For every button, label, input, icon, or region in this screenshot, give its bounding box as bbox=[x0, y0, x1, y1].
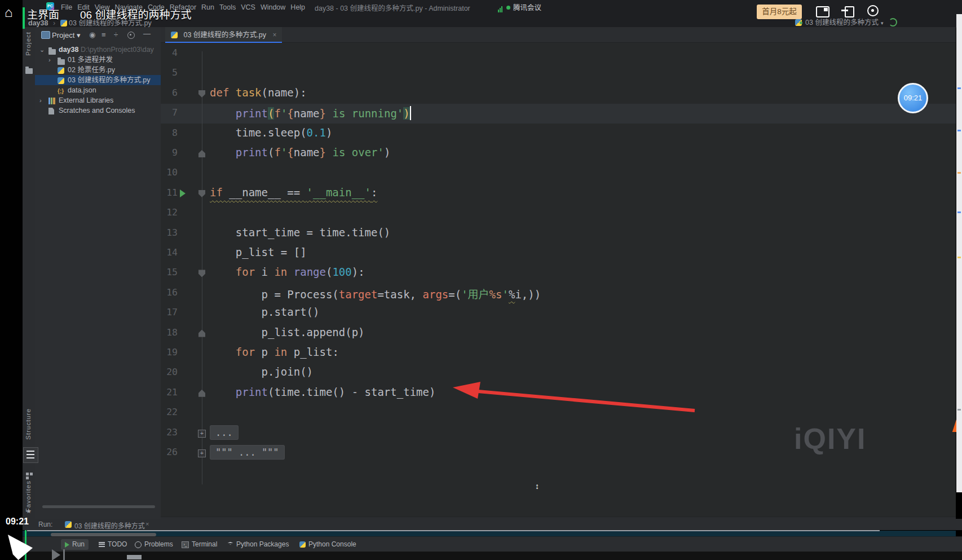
code-line[interactable]: 17 p.start() bbox=[161, 303, 950, 323]
toolwindow-button-python-packages[interactable]: Python Packages bbox=[223, 539, 293, 550]
video-control-chip[interactable] bbox=[127, 555, 142, 559]
folder-icon[interactable] bbox=[25, 65, 33, 76]
line-number[interactable]: 11 bbox=[161, 187, 178, 198]
fold-marker-icon[interactable] bbox=[198, 90, 205, 98]
code-line[interactable]: 7 print(f'{name} is running') bbox=[161, 104, 950, 124]
line-number[interactable]: 10 bbox=[161, 167, 178, 178]
code-text[interactable]: p.join() bbox=[210, 365, 313, 378]
toolwindow-button-python-console[interactable]: Python Console bbox=[295, 539, 360, 550]
line-number[interactable]: 7 bbox=[161, 107, 178, 118]
menu-tools[interactable]: Tools bbox=[219, 3, 236, 11]
locate-icon[interactable]: ◉ bbox=[89, 30, 95, 39]
code-line[interactable]: 20 p.join() bbox=[161, 363, 950, 383]
playlist-icon[interactable] bbox=[23, 447, 38, 463]
horizontal-scrollbar[interactable] bbox=[42, 505, 155, 508]
code-line[interactable]: 16 p = Process(target=task, args=('用户%s'… bbox=[161, 284, 950, 303]
code-line[interactable]: 18 p_list.append(p) bbox=[161, 324, 950, 343]
horizontal-scrollbar[interactable] bbox=[51, 533, 156, 536]
mini-player-icon[interactable] bbox=[816, 6, 829, 17]
floating-time-bubble[interactable]: 09:21 bbox=[898, 83, 928, 113]
hide-panel-icon[interactable]: — bbox=[143, 29, 151, 38]
line-number[interactable]: 20 bbox=[161, 367, 178, 377]
tree-item[interactable]: 02 抢票任务.py bbox=[35, 65, 161, 75]
line-number[interactable]: 16 bbox=[161, 287, 178, 298]
code-line[interactable]: 8 time.sleep(0.1) bbox=[161, 124, 950, 144]
line-number[interactable]: 15 bbox=[161, 267, 178, 277]
menu-vcs[interactable]: VCS bbox=[241, 3, 255, 11]
fold-marker-icon[interactable] bbox=[198, 150, 205, 157]
meeting-indicator[interactable]: 腾讯会议 bbox=[498, 2, 541, 11]
run-tab-title[interactable]: 03 创建线程的多种方式 bbox=[74, 521, 145, 530]
toolwindow-button-run[interactable]: Run bbox=[61, 539, 89, 550]
line-number[interactable]: 23 bbox=[161, 427, 178, 438]
fold-marker-icon[interactable] bbox=[198, 390, 205, 397]
code-line[interactable]: 14 p_list = [] bbox=[161, 244, 950, 263]
close-icon[interactable]: × bbox=[145, 521, 149, 527]
toolwindow-button-terminal[interactable]: ›_Terminal bbox=[178, 539, 221, 550]
tree-chevron-icon[interactable]: › bbox=[48, 55, 51, 65]
line-number[interactable]: 19 bbox=[161, 347, 178, 358]
fold-marker-icon[interactable] bbox=[198, 270, 205, 277]
menu-window[interactable]: Window bbox=[261, 3, 285, 11]
code-text[interactable]: def task(name): bbox=[210, 86, 307, 99]
unfold-marker-icon[interactable]: + bbox=[198, 449, 206, 457]
expand-all-icon[interactable]: ≡ bbox=[102, 30, 106, 39]
home-icon[interactable]: ⌂ bbox=[5, 5, 13, 20]
code-text[interactable]: for i in range(100): bbox=[210, 266, 365, 278]
line-number[interactable]: 21 bbox=[161, 387, 178, 398]
stripe-structure-button[interactable]: Structure bbox=[25, 408, 32, 440]
line-number[interactable]: 14 bbox=[161, 247, 178, 258]
line-number[interactable]: 17 bbox=[161, 307, 178, 318]
line-number[interactable]: 4 bbox=[161, 47, 178, 58]
settings-gear-icon[interactable] bbox=[867, 5, 879, 16]
code-text[interactable]: time.sleep(0.1) bbox=[210, 126, 332, 139]
code-text[interactable]: """ ... """ bbox=[210, 446, 285, 458]
line-number[interactable]: 6 bbox=[161, 87, 178, 98]
line-number[interactable]: 18 bbox=[161, 327, 178, 338]
menu-run[interactable]: Run bbox=[201, 3, 214, 11]
play-icon[interactable] bbox=[52, 549, 60, 560]
line-number[interactable]: 5 bbox=[161, 67, 178, 78]
code-text[interactable]: p = Process(target=task, args=('用户%s'%i,… bbox=[210, 286, 541, 301]
collapse-all-icon[interactable]: ÷ bbox=[114, 30, 118, 39]
close-icon[interactable]: × bbox=[272, 31, 276, 39]
fold-marker-icon[interactable] bbox=[198, 190, 205, 197]
code-text[interactable]: print(f'{name} is over') bbox=[210, 146, 390, 158]
tree-item[interactable]: Scratches and Consoles bbox=[35, 105, 161, 116]
line-number[interactable]: 26 bbox=[161, 447, 178, 457]
video-seek-line[interactable] bbox=[27, 530, 880, 531]
stripe-project-button[interactable]: Project bbox=[25, 32, 32, 56]
code-line[interactable]: 22 bbox=[161, 403, 950, 423]
structure-icon[interactable] bbox=[26, 473, 33, 479]
code-line[interactable]: 5 bbox=[161, 64, 950, 83]
code-text[interactable]: p.start() bbox=[210, 306, 319, 318]
code-text[interactable]: p_list = [] bbox=[210, 246, 307, 258]
code-line[interactable]: 12 bbox=[161, 204, 950, 223]
line-number[interactable]: 8 bbox=[161, 127, 178, 138]
tree-item[interactable]: 03 创建线程的多种方式.py bbox=[35, 75, 161, 85]
chevron-down-icon[interactable]: ▾ bbox=[881, 20, 884, 26]
code-text[interactable]: print(time.time() - start_time) bbox=[210, 386, 435, 398]
line-number[interactable]: 13 bbox=[161, 227, 178, 238]
code-text[interactable]: for p in p_list: bbox=[210, 346, 339, 358]
code-line[interactable]: 6def task(name): bbox=[161, 84, 950, 104]
tree-chevron-icon[interactable]: › bbox=[39, 95, 42, 105]
code-line[interactable]: 9 print(f'{name} is over') bbox=[161, 144, 950, 164]
tree-chevron-icon[interactable]: ⌄ bbox=[39, 45, 45, 55]
rerun-icon[interactable] bbox=[889, 18, 897, 27]
code-text[interactable]: start_time = time.time() bbox=[210, 226, 390, 239]
line-number[interactable]: 9 bbox=[161, 147, 178, 158]
toolwindow-button-problems[interactable]: Problems bbox=[131, 539, 177, 550]
line-number[interactable]: 12 bbox=[161, 207, 178, 218]
code-line[interactable]: 10 bbox=[161, 164, 950, 183]
run-gutter-icon[interactable] bbox=[180, 189, 186, 197]
code-text[interactable]: ... bbox=[210, 426, 239, 438]
code-line[interactable]: 15 for i in range(100): bbox=[161, 263, 950, 283]
editor-tab[interactable]: 03 创建线程的多种方式.py × bbox=[165, 27, 282, 43]
tree-item[interactable]: ⌄day38 D:\pythonProject03\day bbox=[35, 45, 161, 55]
code-line[interactable]: 21 print(time.time() - start_time) bbox=[161, 383, 950, 403]
run-config-selector[interactable]: 03 创建线程的多种方式▾ bbox=[795, 16, 897, 27]
project-panel-title[interactable]: Project ▾ bbox=[52, 31, 81, 39]
toolwindow-button-todo[interactable]: TODO bbox=[95, 539, 131, 550]
promo-button[interactable]: 首月8元起 bbox=[757, 5, 802, 19]
